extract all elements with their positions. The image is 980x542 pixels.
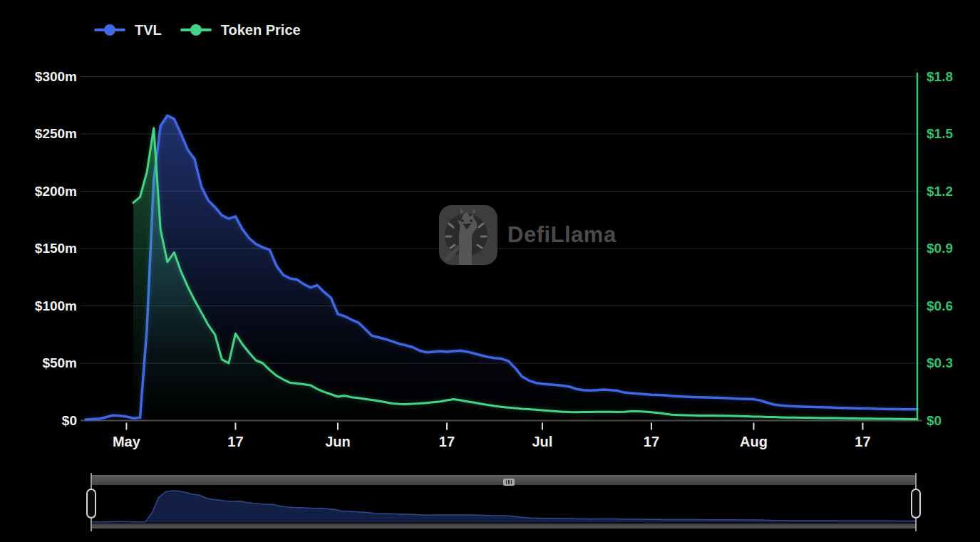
brush-handle-left[interactable] bbox=[86, 473, 97, 531]
brush-minimap[interactable] bbox=[91, 485, 916, 523]
y-axis-right-tick-label: $0.3 bbox=[927, 355, 978, 371]
chart-plot-area[interactable] bbox=[81, 68, 922, 436]
y-axis-right-tick-label: $0.9 bbox=[927, 241, 978, 256]
legend-label-token-price: Token Price bbox=[221, 24, 301, 36]
legend-item-tvl[interactable]: TVL bbox=[94, 24, 162, 36]
legend-label-tvl: TVL bbox=[135, 24, 162, 36]
y-axis-right-tick-label: $1.5 bbox=[927, 126, 978, 142]
y-axis-left-tick-label: $0 bbox=[0, 413, 77, 429]
defillama-tvl-chart: TVL Token Price $300m$250m$200m$150m$100… bbox=[0, 0, 980, 542]
y-axis-left-tick-label: $250m bbox=[0, 126, 77, 142]
brush-track-bottom[interactable] bbox=[91, 523, 916, 528]
y-axis-left-tick-label: $300m bbox=[0, 69, 77, 85]
legend-item-token-price[interactable]: Token Price bbox=[180, 24, 301, 36]
y-axis-right-tick-label: $0.6 bbox=[927, 298, 978, 314]
token-price-series-marker-icon bbox=[180, 24, 212, 36]
brush-track-top[interactable] bbox=[91, 475, 916, 485]
tvl-series-marker-icon bbox=[94, 24, 125, 36]
brush-handle-right[interactable] bbox=[910, 473, 922, 531]
y-axis-left-tick-label: $100m bbox=[0, 298, 77, 314]
y-axis-right-tick-label: $1.8 bbox=[927, 69, 978, 85]
chart-legend: TVL Token Price bbox=[94, 24, 301, 36]
y-axis-right-tick-label: $1.2 bbox=[927, 184, 978, 199]
y-axis-left-tick-label: $50m bbox=[0, 355, 77, 371]
y-axis-left-tick-label: $200m bbox=[0, 184, 77, 199]
y-axis-right-tick-label: $0 bbox=[927, 413, 978, 429]
datazoom-brush[interactable] bbox=[86, 473, 921, 531]
y-axis-left-tick-label: $150m bbox=[0, 241, 77, 256]
